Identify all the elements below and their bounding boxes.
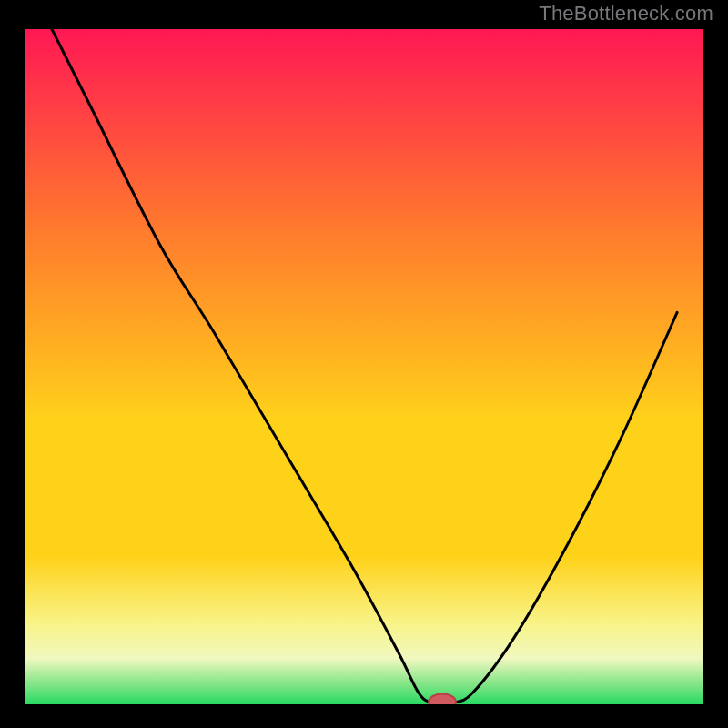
bottleneck-chart [0,0,728,728]
chart-container: TheBottleneck.com [0,0,728,728]
watermark-text: TheBottleneck.com [539,2,713,25]
plot-background [24,27,704,706]
